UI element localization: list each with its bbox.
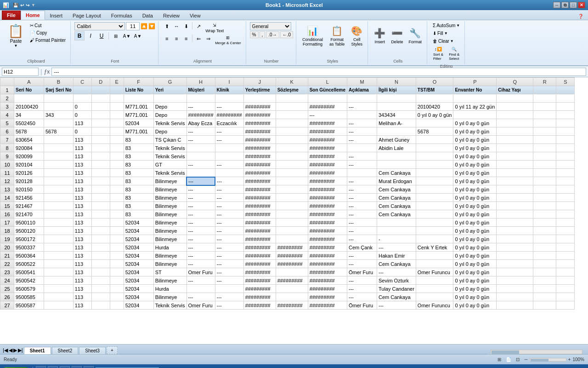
cell-D1[interactable] (91, 86, 110, 94)
cell-B7[interactable] (44, 136, 74, 144)
cell-G18[interactable]: Bilinmeye (153, 227, 187, 235)
cell-F20[interactable]: 52034 (124, 243, 153, 252)
decrease-decimal-button[interactable]: ←.0 (280, 31, 293, 38)
cell-F3[interactable]: M771.001 (124, 103, 153, 111)
cell-M17[interactable]: --- (347, 218, 377, 227)
font-size-input[interactable] (126, 22, 140, 30)
cell-N15[interactable]: Cem Cankaya (377, 202, 416, 210)
cell-R1[interactable] (533, 86, 556, 94)
row-header-18[interactable]: 18 (0, 227, 14, 235)
cell-M16[interactable]: --- (347, 210, 377, 218)
cell-I16[interactable]: --- (215, 210, 243, 218)
align-center-button[interactable]: ≡ (172, 34, 181, 43)
cell-D5[interactable] (91, 119, 110, 127)
cell-E19[interactable] (110, 235, 124, 243)
cell-H13[interactable]: --- (187, 185, 215, 194)
format-cells-button[interactable]: 🔧 Format (406, 22, 424, 50)
cell-C6[interactable]: 0 (73, 127, 91, 136)
cell-E20[interactable] (110, 243, 124, 252)
cell-D21[interactable] (91, 252, 110, 260)
underline-button[interactable]: U (96, 31, 107, 40)
cell-R14[interactable] (533, 194, 556, 202)
cell-A13[interactable]: 920150 (14, 185, 44, 194)
cell-I24[interactable]: --- (215, 276, 243, 285)
close-btn[interactable]: ✕ (578, 2, 585, 8)
format-painter-button[interactable]: 🖌 Format Painter (28, 37, 68, 44)
cell-R21[interactable] (533, 252, 556, 260)
cell-O4[interactable]: 0 yıl 0 ay 0 gün (416, 111, 453, 119)
cell-S10[interactable] (556, 161, 575, 169)
cell-F2[interactable] (124, 94, 153, 103)
cell-Q21[interactable] (497, 252, 533, 260)
cell-B21[interactable] (44, 252, 74, 260)
cell-R23[interactable] (533, 268, 556, 276)
zoom-in-icon[interactable]: + (568, 357, 571, 362)
row-header-21[interactable]: 21 (0, 252, 14, 260)
cell-H11[interactable] (187, 169, 215, 177)
cell-P26[interactable]: 0 yıl 0 ay 0 gün (453, 293, 497, 301)
cell-I9[interactable] (215, 152, 243, 161)
cell-E4[interactable] (110, 111, 124, 119)
cell-S26[interactable] (556, 293, 575, 301)
cell-P22[interactable]: 0 yıl 0 ay 0 gün (453, 260, 497, 268)
cell-Q1[interactable]: Cihaz Yaşı (497, 86, 533, 94)
cell-J9[interactable]: ######### (243, 152, 276, 161)
cell-R9[interactable] (533, 152, 556, 161)
cell-M2[interactable] (347, 94, 377, 103)
cell-I8[interactable] (215, 144, 243, 152)
cell-M8[interactable] (347, 144, 377, 152)
cell-H1[interactable]: Müşteri (187, 86, 215, 94)
cell-P12[interactable]: 0 yıl 0 ay 0 gün (453, 177, 497, 185)
cell-E1[interactable] (110, 86, 124, 94)
cell-H3[interactable]: --- (187, 103, 215, 111)
cell-O23[interactable]: Omer Furuncu (416, 268, 453, 276)
row-header-26[interactable]: 26 (0, 293, 14, 301)
cell-I10[interactable]: --- (215, 161, 243, 169)
cell-M20[interactable]: Cem Çank (347, 243, 377, 252)
cell-N25[interactable]: Tulay Candaner (377, 285, 416, 293)
cell-G23[interactable]: ST (153, 268, 187, 276)
wrap-text-button[interactable]: ⇲ Wrap Text (204, 22, 226, 34)
maximize-btn[interactable]: □ (570, 2, 577, 8)
cell-I11[interactable] (215, 169, 243, 177)
cell-N9[interactable] (377, 152, 416, 161)
cell-S15[interactable] (556, 202, 575, 210)
cell-K20[interactable]: ######### (276, 243, 308, 252)
find-select-button[interactable]: 🔍 Find &Select (447, 45, 462, 63)
cell-G7[interactable]: TS Çıkan C (153, 136, 187, 144)
cell-C1[interactable] (73, 86, 91, 94)
cell-S25[interactable] (556, 285, 575, 293)
cell-O1[interactable]: TST/BM (416, 86, 453, 94)
sheet-nav-prev[interactable]: ◀ (9, 347, 12, 353)
cell-R12[interactable] (533, 177, 556, 185)
cell-D18[interactable] (91, 227, 110, 235)
cell-F8[interactable]: 83 (124, 144, 153, 152)
cell-C18[interactable]: 113 (73, 227, 91, 235)
cell-S14[interactable] (556, 194, 575, 202)
fill-color-button[interactable]: A▼ (122, 31, 132, 40)
cell-Q10[interactable] (497, 161, 533, 169)
comma-button[interactable]: , (260, 31, 266, 38)
cell-E13[interactable] (110, 185, 124, 194)
cell-C25[interactable]: 113 (73, 285, 91, 293)
cell-P5[interactable]: 0 yıl 0 ay 0 gün (453, 119, 497, 127)
taskbar-ie[interactable]: 🌐 (48, 366, 58, 368)
cell-E12[interactable] (110, 177, 124, 185)
cell-H8[interactable] (187, 144, 215, 152)
cell-E21[interactable] (110, 252, 124, 260)
cell-F6[interactable]: M771.001 (124, 127, 153, 136)
cell-P1[interactable]: Envanter No (453, 86, 497, 94)
cell-H5[interactable]: Abay Ecza (187, 119, 215, 127)
col-header-K[interactable]: K (276, 78, 308, 86)
cell-D3[interactable] (91, 103, 110, 111)
cell-N12[interactable]: Murat Erdogan (377, 177, 416, 185)
col-header-H[interactable]: H (187, 78, 215, 86)
cell-M10[interactable]: --- (347, 161, 377, 169)
cell-R4[interactable] (533, 111, 556, 119)
col-header-G[interactable]: G (153, 78, 187, 86)
align-top-button[interactable]: ⬆ (162, 22, 171, 30)
cell-K15[interactable] (276, 202, 308, 210)
cell-M6[interactable]: --- (347, 127, 377, 136)
cell-D2[interactable] (91, 94, 110, 103)
cell-H21[interactable]: --- (187, 252, 215, 260)
